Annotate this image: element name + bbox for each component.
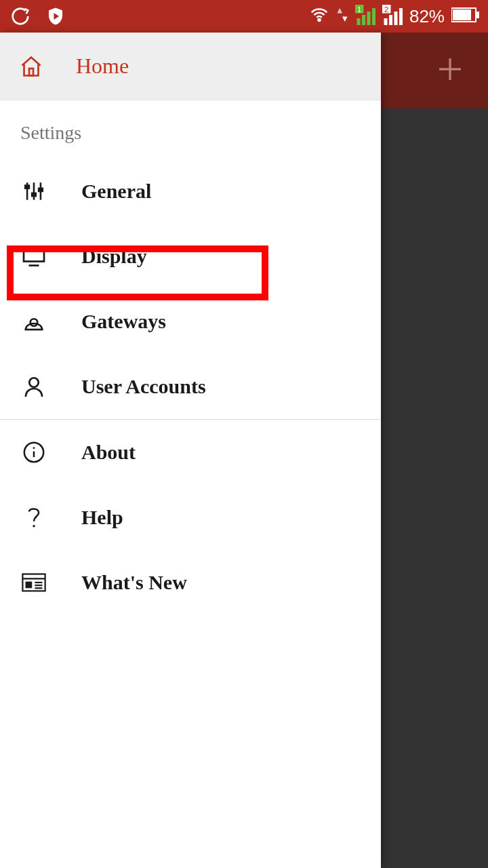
svg-point-29 <box>30 319 38 326</box>
svg-marker-2 <box>342 17 348 22</box>
sidebar-item-user-accounts[interactable]: User Accounts <box>0 354 381 419</box>
user-icon <box>22 374 46 399</box>
svg-rect-27 <box>24 250 44 262</box>
news-icon <box>22 572 46 593</box>
svg-marker-1 <box>337 8 342 14</box>
battery-icon <box>451 7 480 26</box>
play-shield-icon <box>43 6 68 26</box>
help-icon <box>22 504 46 531</box>
display-label: Display <box>81 245 147 268</box>
svg-rect-38 <box>26 582 33 589</box>
svg-rect-17 <box>476 12 479 18</box>
about-label: About <box>81 441 136 464</box>
svg-rect-26 <box>39 189 43 191</box>
sidebar-item-display[interactable]: Display <box>0 224 381 289</box>
sidebar-item-about[interactable]: About <box>0 420 381 485</box>
help-label: Help <box>81 506 123 529</box>
signal-sim1-icon: 1 <box>355 5 375 28</box>
svg-rect-24 <box>25 186 29 189</box>
home-label: Home <box>76 54 129 79</box>
status-right: 1 2 82% <box>309 5 480 28</box>
status-left <box>8 6 68 26</box>
svg-rect-5 <box>357 18 360 25</box>
monitor-icon <box>22 244 46 269</box>
status-bar: 1 2 82% <box>0 0 488 33</box>
sidebar-item-help[interactable]: Help <box>0 485 381 550</box>
sidebar-drawer: Home Settings General Display <box>0 33 381 868</box>
battery-percentage: 82% <box>409 6 445 27</box>
svg-rect-8 <box>372 8 375 25</box>
svg-rect-7 <box>367 12 370 25</box>
svg-text:1: 1 <box>357 5 361 14</box>
gateways-label: Gateways <box>81 310 166 333</box>
svg-rect-6 <box>362 15 365 25</box>
user-accounts-label: User Accounts <box>81 375 206 398</box>
sidebar-item-home[interactable]: Home <box>0 33 381 100</box>
wifi-icon <box>309 5 329 28</box>
svg-rect-11 <box>384 18 387 25</box>
svg-rect-13 <box>394 12 397 25</box>
svg-rect-16 <box>453 9 471 20</box>
sync-icon <box>8 6 33 26</box>
svg-point-31 <box>29 378 39 387</box>
scrim[interactable] <box>381 108 488 868</box>
sliders-icon <box>22 180 46 203</box>
signal-sim2-icon: 2 <box>382 5 403 28</box>
sidebar-item-general[interactable]: General <box>0 159 381 224</box>
svg-rect-20 <box>29 68 33 76</box>
sidebar-item-whats-new[interactable]: What's New <box>0 550 381 615</box>
add-button[interactable] <box>434 53 466 88</box>
whats-new-label: What's New <box>81 571 187 594</box>
home-icon <box>19 54 43 79</box>
info-icon <box>22 441 46 464</box>
svg-rect-25 <box>32 193 36 196</box>
general-label: General <box>81 180 151 203</box>
svg-rect-14 <box>399 8 403 25</box>
data-arrows-icon <box>336 5 348 28</box>
svg-point-0 <box>318 19 320 21</box>
svg-text:2: 2 <box>384 5 388 14</box>
svg-rect-12 <box>389 15 392 25</box>
section-header-settings: Settings <box>0 100 381 159</box>
sidebar-item-gateways[interactable]: Gateways <box>0 289 381 354</box>
svg-point-35 <box>33 525 35 527</box>
gateway-icon <box>22 309 46 334</box>
svg-point-34 <box>33 447 35 449</box>
